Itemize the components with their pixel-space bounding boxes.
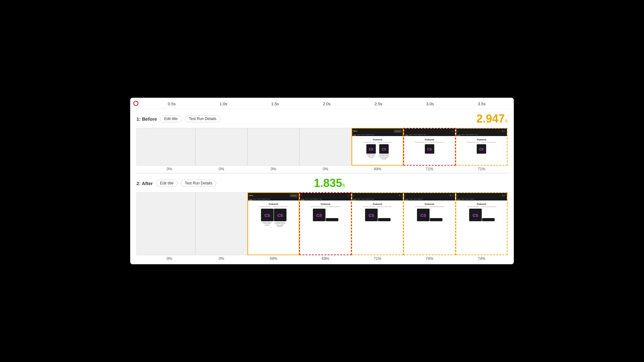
tick-2: 1.5s: [271, 101, 279, 106]
svg-text:CS: CS: [427, 148, 432, 151]
after-pct-5: 74%: [426, 256, 433, 261]
before-thumb-6: ≡ 🔍 🛒 Home Shirts Fitted WebPerf Hats Fe…: [456, 128, 508, 166]
after-pct-4: 71%: [374, 256, 381, 261]
svg-text:CS: CS: [420, 213, 426, 218]
tick-5: 3.0s: [426, 101, 434, 106]
after-section: 2: After Edit title Test Run Details 1.8…: [130, 173, 514, 264]
before-frame-4: Menu S Search Home Shirts Fitted WebPerf…: [352, 128, 403, 171]
tick-4: 2.5s: [375, 101, 382, 106]
svg-text:CS: CS: [316, 213, 322, 218]
after-thumb-5: ≡ 🔍 🛒 Home Shirts Fitted WebPerf ... Fea…: [403, 192, 455, 255]
after-score-unit: s: [342, 182, 345, 188]
after-pct-2: 49%: [270, 256, 277, 261]
timeline-ticks: 0.5s 1.0s 1.5s 2.0s 2.5s 3.0s 3.5s: [146, 101, 508, 106]
after-frame-1: 0%: [195, 192, 247, 261]
before-thumb-1: [195, 128, 247, 166]
before-pct-1: 0%: [219, 167, 224, 171]
before-thumb-0: [143, 128, 195, 166]
after-frame-4: ≡ 🔍 ● Home Shirts Fitted WebPerf Hats Fe…: [352, 192, 403, 261]
before-frame-2: 0%: [247, 128, 299, 171]
before-score-unit: s: [505, 118, 508, 124]
before-thumb-5: ● S ● Home Shirts Fitted WebPerf Hats Fe…: [403, 128, 455, 166]
after-header: 2: After Edit title Test Run Details 1.8…: [136, 177, 508, 190]
after-thumb-2: Menu S Search Home Shirts Fitted WebPerf…: [247, 192, 299, 255]
tick-0: 0.5s: [168, 101, 176, 106]
tick-3: 2.0s: [323, 101, 331, 106]
after-frame-6: ≡ 🔍 🛒 Home Shirts Fitted WebPerf ... Fea…: [456, 192, 508, 261]
before-pct-3: 0%: [323, 167, 328, 171]
before-thumb-4: Menu S Search Home Shirts Fitted WebPerf…: [352, 128, 403, 166]
svg-text:CS: CS: [369, 148, 373, 151]
tick-1: 1.0s: [219, 101, 227, 106]
after-frame-2: Menu S Search Home Shirts Fitted WebPerf…: [247, 192, 299, 261]
before-header: 1: Before Edit title Test Run Details 2.…: [136, 112, 508, 125]
after-pct-1: 0%: [219, 256, 224, 261]
tick-6: 3.5s: [478, 101, 486, 106]
after-frame-0: 0%: [143, 192, 195, 261]
before-thumb-2: [247, 128, 299, 166]
svg-text:CS: CS: [479, 148, 484, 151]
before-section: 1: Before Edit title Test Run Details 2.…: [130, 109, 514, 173]
after-thumb-3: ≡ ● ● Home Shirts Fitted WebPerf Hats Fe…: [299, 192, 351, 255]
after-pct-6: 74%: [478, 256, 485, 261]
after-pct-0: 0%: [167, 256, 172, 261]
after-title: 2: After: [136, 181, 153, 186]
before-pct-5: 71%: [426, 167, 433, 171]
before-pct-2: 0%: [271, 167, 276, 171]
before-pct-4: 49%: [374, 167, 381, 171]
main-container: 0.5s 1.0s 1.5s 2.0s 2.5s 3.0s 3.5s 1: Be…: [130, 98, 514, 264]
timeline-marker: [133, 101, 138, 106]
before-title: 1: Before: [136, 116, 157, 122]
before-frame-6: ≡ 🔍 🛒 Home Shirts Fitted WebPerf Hats Fe…: [456, 128, 508, 171]
after-filmstrip: 0% 0% Menu S Search Home S: [136, 192, 508, 261]
before-filmstrip: 0% 0% 0% 0% Menu: [136, 128, 508, 171]
before-frame-0: 0%: [143, 128, 195, 171]
svg-text:CS: CS: [382, 148, 386, 151]
after-frame-3: ≡ ● ● Home Shirts Fitted WebPerf Hats Fe…: [299, 192, 351, 261]
svg-text:CS: CS: [264, 213, 270, 218]
after-thumb-6: ≡ 🔍 🛒 Home Shirts Fitted WebPerf ... Fea…: [456, 192, 508, 255]
after-thumb-1: [195, 192, 247, 255]
before-frame-3: 0%: [299, 128, 351, 171]
svg-text:CS: CS: [369, 213, 374, 218]
after-score: 1.835s: [314, 177, 345, 190]
after-edit-title-button[interactable]: Edit title: [156, 180, 178, 187]
before-score: 2.947s: [476, 112, 508, 125]
after-thumb-0: [143, 192, 195, 255]
after-frame-5: ≡ 🔍 🛒 Home Shirts Fitted WebPerf ... Fea…: [403, 192, 455, 261]
before-test-run-button[interactable]: Test Run Details: [185, 115, 220, 122]
after-thumb-4: ≡ 🔍 ● Home Shirts Fitted WebPerf Hats Fe…: [352, 192, 403, 255]
before-frame-5: ● S ● Home Shirts Fitted WebPerf Hats Fe…: [403, 128, 455, 171]
timeline-header: 0.5s 1.0s 1.5s 2.0s 2.5s 3.0s 3.5s: [130, 98, 514, 109]
before-pct-0: 0%: [167, 167, 172, 171]
after-test-run-button[interactable]: Test Run Details: [181, 180, 216, 187]
svg-text:CS: CS: [277, 213, 283, 218]
before-edit-title-button[interactable]: Edit title: [160, 115, 182, 122]
after-pct-3: 69%: [322, 256, 329, 261]
before-thumb-3: [299, 128, 351, 166]
svg-text:CS: CS: [473, 213, 478, 218]
before-pct-6: 71%: [478, 167, 485, 171]
before-frame-1: 0%: [195, 128, 247, 171]
